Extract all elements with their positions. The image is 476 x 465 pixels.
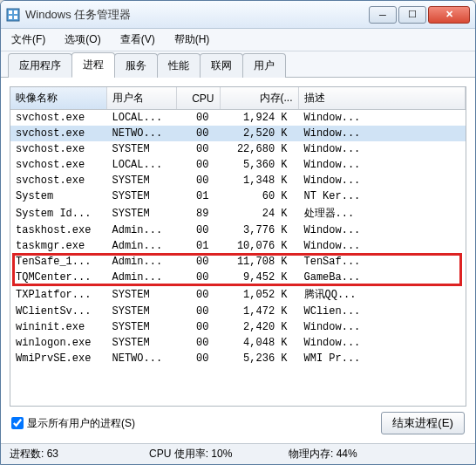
cell-user: LOCAL... [106,157,176,173]
table-row[interactable]: svchost.exeLOCAL...001,924 KWindow... [10,110,466,127]
table-row[interactable]: svchost.exeSYSTEM001,348 KWindow... [10,173,466,188]
status-cpu-usage: CPU 使用率: 10% [149,447,254,462]
table-row[interactable]: svchost.exeNETWO...002,520 KWindow... [10,126,466,141]
cell-image: svchost.exe [10,157,106,173]
table-row[interactable]: TQMCenter...Admin...009,452 KGameBa... [10,270,466,285]
process-actions: 显示所有用户的进程(S) 结束进程(E) [10,407,466,434]
cell-memory: 1,348 K [220,173,298,188]
cell-memory: 10,076 K [220,238,298,254]
cell-cpu: 89 [176,204,220,222]
cell-memory: 1,924 K [220,110,298,127]
cell-user: SYSTEM [106,335,176,351]
cell-memory: 60 K [220,188,298,204]
col-memory[interactable]: 内存(... [220,87,298,110]
status-process-count: 进程数: 63 [10,447,114,462]
window-buttons: ─ ☐ ✕ [369,6,470,24]
cell-user: NETWO... [106,126,176,141]
cell-cpu: 00 [176,110,220,127]
tab-services[interactable]: 服务 [114,53,158,78]
table-row[interactable]: System Id...SYSTEM8924 K处理器... [10,204,466,222]
menu-help[interactable]: 帮助(H) [171,31,214,49]
cell-desc: Window... [298,126,466,141]
menubar: 文件(F) 选项(O) 查看(V) 帮助(H) [1,29,475,51]
maximize-button[interactable]: ☐ [398,6,426,24]
tab-users[interactable]: 用户 [242,53,286,78]
cell-memory: 5,360 K [220,157,298,173]
menu-file[interactable]: 文件(F) [8,31,49,49]
show-all-users-label: 显示所有用户的进程(S) [27,416,135,431]
cell-cpu: 00 [176,319,220,335]
cell-desc: Window... [298,110,466,127]
cell-user: Admin... [106,222,176,238]
table-row[interactable]: svchost.exeSYSTEM0022,680 KWindow... [10,141,466,157]
svg-rect-2 [14,10,17,14]
cell-user: LOCAL... [106,110,176,127]
col-user[interactable]: 用户名 [106,87,176,110]
cell-user: Admin... [106,254,176,270]
cell-user: Admin... [106,238,176,254]
cell-desc: Window... [298,141,466,157]
cell-user: SYSTEM [106,188,176,204]
table-row[interactable]: winlogon.exeSYSTEM004,048 KWindow... [10,335,466,351]
process-list[interactable]: 映像名称 用户名 CPU 内存(... 描述 svchost.exeLOCAL.… [10,86,466,407]
cell-user: SYSTEM [106,319,176,335]
cell-user: SYSTEM [106,204,176,222]
cell-desc: TenSaf... [298,254,466,270]
cell-memory: 2,520 K [220,126,298,141]
window-title: Windows 任务管理器 [25,7,369,23]
cell-image: svchost.exe [10,110,106,127]
titlebar[interactable]: Windows 任务管理器 ─ ☐ ✕ [1,1,475,29]
cell-desc: WMI Pr... [298,351,466,366]
tab-applications[interactable]: 应用程序 [8,53,72,78]
cell-desc: Window... [298,335,466,351]
cell-image: System [10,188,106,204]
cell-desc: GameBa... [298,270,466,285]
table-row[interactable]: WClientSv...SYSTEM001,472 KWClien... [10,304,466,319]
cell-cpu: 00 [176,285,220,304]
end-process-button[interactable]: 结束进程(E) [381,412,465,434]
cell-memory: 24 K [220,204,298,222]
table-row[interactable]: SystemSYSTEM0160 KNT Ker... [10,188,466,204]
status-memory-usage: 物理内存: 44% [289,447,393,462]
cell-image: svchost.exe [10,141,106,157]
statusbar: 进程数: 63 CPU 使用率: 10% 物理内存: 44% [1,443,475,464]
menu-view[interactable]: 查看(V) [117,31,159,49]
cell-image: WmiPrvSE.exe [10,351,106,366]
minimize-button[interactable]: ─ [369,6,397,24]
table-row[interactable]: TenSafe_1...Admin...0011,708 KTenSaf... [10,254,466,270]
cell-image: System Id... [10,204,106,222]
cell-cpu: 00 [176,157,220,173]
show-all-users-checkbox[interactable]: 显示所有用户的进程(S) [11,416,135,431]
tab-network[interactable]: 联网 [200,53,243,78]
table-row[interactable]: taskmgr.exeAdmin...0110,076 KWindow... [10,238,466,254]
show-all-users-input[interactable] [11,417,24,429]
cell-image: svchost.exe [10,173,106,188]
cell-user: SYSTEM [106,285,176,304]
col-description[interactable]: 描述 [298,87,466,110]
content-area: 映像名称 用户名 CPU 内存(... 描述 svchost.exeLOCAL.… [1,78,475,443]
table-row[interactable]: TXPlatfor...SYSTEM001,052 K腾讯QQ... [10,285,466,304]
cell-memory: 5,236 K [220,351,298,366]
table-row[interactable]: WmiPrvSE.exeNETWO...005,236 KWMI Pr... [10,351,466,366]
close-button[interactable]: ✕ [428,6,470,24]
cell-image: TXPlatfor... [10,285,106,304]
cell-cpu: 00 [176,222,220,238]
app-icon [6,8,20,22]
cell-image: taskhost.exe [10,222,106,238]
cell-cpu: 00 [176,126,220,141]
col-cpu[interactable]: CPU [176,87,220,110]
cell-memory: 4,048 K [220,335,298,351]
cell-desc: NT Ker... [298,188,466,204]
cell-memory: 2,420 K [220,319,298,335]
table-row[interactable]: taskhost.exeAdmin...003,776 KWindow... [10,222,466,238]
table-row[interactable]: wininit.exeSYSTEM002,420 KWindow... [10,319,466,335]
cell-memory: 22,680 K [220,141,298,157]
tab-processes[interactable]: 进程 [71,52,115,78]
table-row[interactable]: svchost.exeLOCAL...005,360 KWindow... [10,157,466,173]
cell-user: Admin... [106,270,176,285]
cell-memory: 11,708 K [220,254,298,270]
menu-options[interactable]: 选项(O) [61,31,104,49]
col-image-name[interactable]: 映像名称 [10,87,106,110]
tab-performance[interactable]: 性能 [157,53,201,78]
cell-image: svchost.exe [10,126,106,141]
